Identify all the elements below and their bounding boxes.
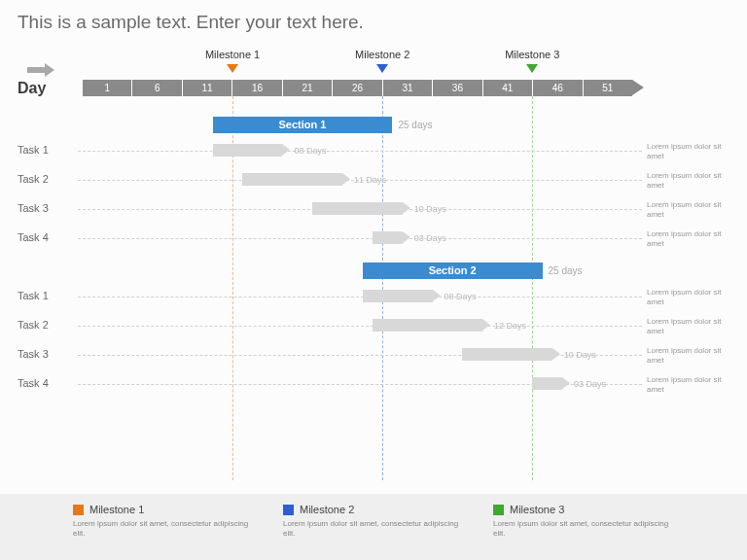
- task-hline: [78, 326, 642, 327]
- task-bar: [462, 348, 551, 361]
- task-arrow-icon: [482, 319, 490, 331]
- task-label: Task 4: [18, 377, 49, 389]
- task-bar: [312, 202, 402, 215]
- task-note: Lorem ipsum dolor sit amet: [647, 171, 739, 190]
- svg-marker-1: [45, 63, 54, 77]
- task-label: Task 3: [18, 348, 49, 360]
- axis-label: Day: [18, 80, 46, 97]
- day-axis: 16111621263136414651: [83, 80, 632, 96]
- arrow-right-icon: [27, 61, 54, 82]
- task-note: Lorem ipsum dolor sit amet: [647, 346, 739, 365]
- section-duration: 25 days: [549, 265, 583, 276]
- task-label: Task 2: [18, 173, 49, 185]
- task-duration: 08 Days: [445, 292, 477, 301]
- axis-tick: 11: [183, 80, 232, 96]
- legend: Milestone 1Lorem ipsum dolor sit amet, c…: [0, 494, 747, 560]
- task-label: Task 2: [18, 319, 49, 331]
- task-bar: [213, 144, 283, 157]
- axis-tick: 31: [383, 80, 433, 96]
- task-duration: 03 Days: [574, 379, 606, 389]
- task-label: Task 1: [18, 144, 49, 156]
- task-note: Lorem ipsum dolor sit amet: [647, 288, 739, 306]
- task-duration: 10 Days: [564, 350, 596, 360]
- legend-swatch-icon: [493, 505, 504, 515]
- task-arrow-icon: [403, 202, 410, 214]
- legend-desc: Lorem ipsum dolor sit amet, consectetur …: [493, 519, 674, 540]
- legend-title: Milestone 3: [510, 504, 564, 515]
- task-duration: 12 Days: [494, 321, 526, 331]
- milestone-label: Milestone 3: [505, 49, 559, 60]
- legend-item: Milestone 3Lorem ipsum dolor sit amet, c…: [479, 504, 689, 560]
- task-arrow-icon: [552, 348, 560, 360]
- legend-title: Milestone 1: [89, 504, 144, 515]
- task-duration: 11 Days: [354, 175, 386, 185]
- task-note: Lorem ipsum dolor sit amet: [647, 375, 739, 394]
- axis-tick: 36: [433, 80, 482, 96]
- milestone-marker-icon: [526, 64, 538, 73]
- task-label: Task 4: [18, 231, 49, 243]
- task-bar: [373, 319, 482, 332]
- task-label: Task 1: [18, 290, 49, 301]
- task-hline: [78, 151, 642, 152]
- axis-tick: 16: [232, 80, 282, 96]
- task-note: Lorem ipsum dolor sit amet: [647, 317, 739, 335]
- legend-swatch-icon: [283, 505, 294, 515]
- milestone-marker-icon: [376, 64, 388, 73]
- legend-desc: Lorem ipsum dolor sit amet, consectetur …: [283, 519, 464, 540]
- task-note: Lorem ipsum dolor sit amet: [647, 142, 739, 160]
- section-duration: 25 days: [398, 120, 432, 130]
- milestone-label: Milestone 1: [205, 49, 260, 60]
- axis-tick: 51: [584, 80, 632, 96]
- section-bar: Section 1: [213, 117, 393, 133]
- task-arrow-icon: [562, 377, 570, 389]
- milestone-vline: [382, 96, 383, 480]
- task-label: Task 3: [18, 202, 49, 214]
- axis-tick: 41: [483, 80, 533, 96]
- axis-tick: 26: [333, 80, 382, 96]
- legend-item: Milestone 1Lorem ipsum dolor sit amet, c…: [58, 504, 268, 560]
- task-arrow-icon: [403, 231, 410, 243]
- legend-item: Milestone 2Lorem ipsum dolor sit amet, c…: [268, 504, 479, 560]
- task-arrow-icon: [342, 173, 350, 185]
- task-arrow-icon: [282, 144, 290, 156]
- section-bar: Section 2: [363, 262, 543, 279]
- task-bar: [532, 377, 562, 390]
- legend-title: Milestone 2: [300, 504, 354, 515]
- task-duration: 03 Days: [414, 233, 446, 243]
- task-duration: 08 Days: [294, 146, 326, 156]
- task-note: Lorem ipsum dolor sit amet: [647, 229, 739, 248]
- task-bar: [373, 231, 403, 244]
- axis-tick: 6: [132, 80, 182, 96]
- task-hline: [78, 297, 642, 298]
- legend-swatch-icon: [73, 505, 84, 515]
- svg-rect-0: [27, 67, 45, 73]
- task-arrow-icon: [433, 290, 441, 301]
- axis-tick: 21: [283, 80, 333, 96]
- task-hline: [78, 238, 642, 239]
- gantt-chart: Day 16111621263136414651 Milestone 1Mile…: [0, 49, 747, 467]
- task-duration: 10 Days: [414, 204, 446, 214]
- legend-desc: Lorem ipsum dolor sit amet, consectetur …: [73, 519, 254, 540]
- milestone-label: Milestone 2: [355, 49, 409, 60]
- axis-arrow-icon: [632, 80, 644, 95]
- milestone-marker-icon: [227, 64, 238, 73]
- axis-tick: 46: [533, 80, 583, 96]
- task-bar: [242, 173, 342, 186]
- milestone-vline: [532, 96, 533, 480]
- task-note: Lorem ipsum dolor sit amet: [647, 200, 739, 219]
- axis-tick: 1: [83, 80, 132, 96]
- task-bar: [363, 290, 433, 302]
- page-title: This is a sample text. Enter your text h…: [0, 0, 747, 33]
